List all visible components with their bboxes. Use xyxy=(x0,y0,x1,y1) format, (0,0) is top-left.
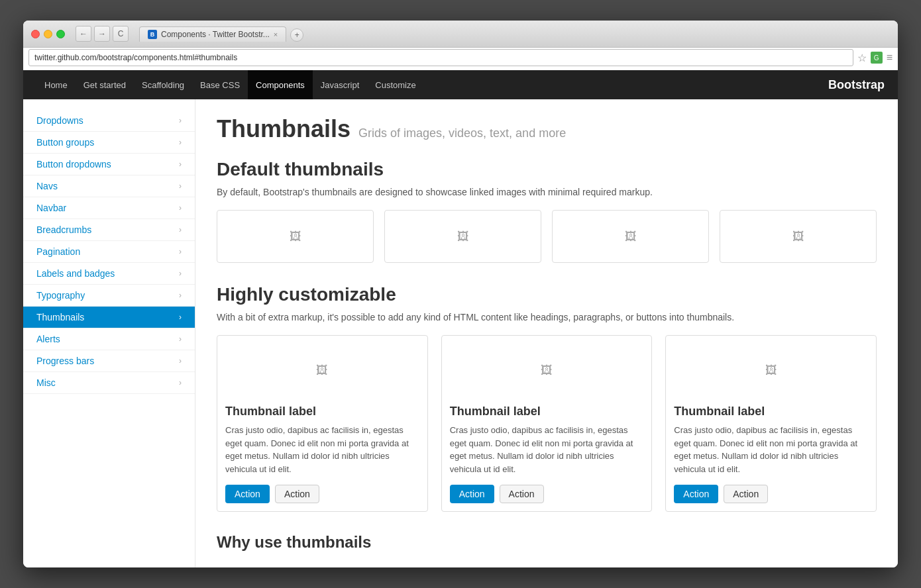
thumbnail-card-2-image: 🖼 xyxy=(450,344,644,397)
sidebar-item-alerts[interactable]: Alerts › xyxy=(23,328,195,350)
thumbnail-default-2[interactable]: 🖼 xyxy=(384,210,541,263)
default-thumbnails-desc: By default, Bootstrap's thumbnails are d… xyxy=(217,185,877,199)
menu-icon[interactable]: ≡ xyxy=(887,52,893,64)
sidebar-item-thumbnails[interactable]: Thumbnails › xyxy=(23,307,195,328)
chevron-right-icon: › xyxy=(179,160,182,169)
custom-thumbnails-row: 🖼 Thumbnail label Cras justo odio, dapib… xyxy=(217,335,877,512)
broken-image-icon: 🖼 xyxy=(290,230,301,244)
bootstrap-navbar: Home Get started Scaffolding Base CSS Co… xyxy=(23,70,898,99)
tab-bar: B Components · Twitter Bootstr... × + xyxy=(139,26,303,42)
sidebar-item-label: Breadcrumbs xyxy=(36,224,91,235)
sidebar-item-label: Pagination xyxy=(36,246,80,257)
thumbnail-card-1-actions: Action Action xyxy=(225,485,419,503)
chevron-right-icon: › xyxy=(179,378,182,387)
sidebar-item-label: Button dropdowns xyxy=(36,159,111,170)
sidebar-item-typography[interactable]: Typography › xyxy=(23,285,195,307)
maximize-button[interactable] xyxy=(56,30,65,38)
thumbnail-card-1: 🖼 Thumbnail label Cras justo odio, dapib… xyxy=(217,335,428,512)
sidebar-item-label: Button groups xyxy=(36,137,94,148)
content-area: Thumbnails Grids of images, videos, text… xyxy=(195,99,898,567)
sidebar-item-button-groups[interactable]: Button groups › xyxy=(23,132,195,154)
broken-image-icon: 🖼 xyxy=(457,230,469,244)
thumbnail-card-2-primary-button[interactable]: Action xyxy=(450,485,494,503)
new-tab-button[interactable]: + xyxy=(290,28,303,42)
sidebar: Dropdowns › Button groups › Button dropd… xyxy=(23,99,195,567)
thumbnail-card-1-primary-button[interactable]: Action xyxy=(225,485,270,503)
thumbnail-card-3-primary-button[interactable]: Action xyxy=(674,485,718,503)
thumbnail-card-3-title: Thumbnail label xyxy=(674,405,868,418)
why-title: Why use thumbnails xyxy=(217,533,877,552)
broken-image-icon: 🖼 xyxy=(765,364,777,377)
thumbnail-card-2-text: Cras justo odio, dapibus ac facilisis in… xyxy=(450,424,644,475)
refresh-button[interactable]: C xyxy=(113,26,129,42)
chevron-right-icon: › xyxy=(179,356,182,366)
tab-favicon: B xyxy=(148,30,157,39)
sidebar-item-label: Alerts xyxy=(36,334,60,344)
thumbnail-card-3-image: 🖼 xyxy=(674,344,868,397)
chevron-right-icon: › xyxy=(179,269,182,278)
navbar-nav: Home Get started Scaffolding Base CSS Co… xyxy=(36,70,424,99)
chevron-right-icon: › xyxy=(179,247,182,256)
nav-item-customize[interactable]: Customize xyxy=(367,70,423,99)
thumbnail-default-4[interactable]: 🖼 xyxy=(720,210,877,263)
nav-item-scaffolding[interactable]: Scaffolding xyxy=(134,70,192,99)
nav-item-base-css[interactable]: Base CSS xyxy=(192,70,248,99)
browser-tab[interactable]: B Components · Twitter Bootstr... × xyxy=(139,26,286,42)
broken-image-icon: 🖼 xyxy=(541,364,553,377)
page-title-row: Thumbnails Grids of images, videos, text… xyxy=(217,115,877,143)
broken-image-icon: 🖼 xyxy=(792,230,804,244)
sidebar-item-label: Misc xyxy=(36,377,56,388)
browser-window: ← → C B Components · Twitter Bootstr... … xyxy=(23,21,898,567)
thumbnail-card-3-secondary-button[interactable]: Action xyxy=(724,485,768,503)
chevron-right-icon: › xyxy=(179,203,182,213)
sidebar-item-pagination[interactable]: Pagination › xyxy=(23,241,195,263)
thumbnail-card-1-image: 🖼 xyxy=(225,344,419,397)
main-wrapper: Dropdowns › Button groups › Button dropd… xyxy=(23,99,898,567)
nav-item-home[interactable]: Home xyxy=(36,70,76,99)
thumbnail-card-1-text: Cras justo odio, dapibus ac facilisis in… xyxy=(225,424,419,475)
tab-close-icon[interactable]: × xyxy=(274,30,278,38)
chevron-right-icon: › xyxy=(179,291,182,300)
sidebar-item-labels-badges[interactable]: Labels and badges › xyxy=(23,263,195,285)
chevron-right-icon: › xyxy=(179,116,182,125)
nav-item-javascript[interactable]: Javascript xyxy=(313,70,368,99)
address-bar[interactable]: twitter.github.com/bootstrap/components.… xyxy=(28,49,853,66)
sidebar-item-label: Labels and badges xyxy=(36,268,115,279)
thumbnail-default-1[interactable]: 🖼 xyxy=(217,210,374,263)
sidebar-item-label: Thumbnails xyxy=(36,312,84,322)
nav-item-get-started[interactable]: Get started xyxy=(76,70,134,99)
thumbnail-card-2-secondary-button[interactable]: Action xyxy=(500,485,544,503)
sidebar-item-misc[interactable]: Misc › xyxy=(23,372,195,394)
sidebar-item-label: Typography xyxy=(36,290,85,301)
browser-nav: ← → C xyxy=(76,26,129,42)
forward-button[interactable]: → xyxy=(94,26,110,42)
thumbnail-card-3: 🖼 Thumbnail label Cras justo odio, dapib… xyxy=(665,335,877,512)
thumbnail-card-3-text: Cras justo odio, dapibus ac facilisis in… xyxy=(674,424,868,475)
back-button[interactable]: ← xyxy=(76,26,91,42)
page-title: Thumbnails xyxy=(217,115,351,143)
broken-image-icon: 🖼 xyxy=(625,230,637,244)
sidebar-item-breadcrumbs[interactable]: Breadcrumbs › xyxy=(23,219,195,241)
sidebar-item-progress-bars[interactable]: Progress bars › xyxy=(23,350,195,372)
extension-icon[interactable]: G xyxy=(871,52,883,64)
page-subtitle: Grids of images, videos, text, and more xyxy=(358,126,566,140)
chevron-right-icon: › xyxy=(179,313,182,322)
chevron-right-icon: › xyxy=(179,181,182,191)
sidebar-item-navbar[interactable]: Navbar › xyxy=(23,197,195,219)
thumbnail-card-2-actions: Action Action xyxy=(450,485,644,503)
bookmark-icon[interactable]: ☆ xyxy=(857,52,867,64)
thumbnail-card-3-actions: Action Action xyxy=(674,485,868,503)
chevron-right-icon: › xyxy=(179,138,182,147)
broken-image-icon: 🖼 xyxy=(316,364,328,377)
minimize-button[interactable] xyxy=(44,30,52,38)
tab-label: Components · Twitter Bootstr... xyxy=(161,30,270,39)
nav-item-components[interactable]: Components xyxy=(248,70,313,99)
sidebar-item-navs[interactable]: Navs › xyxy=(23,175,195,197)
sidebar-item-button-dropdowns[interactable]: Button dropdowns › xyxy=(23,154,195,175)
sidebar-item-dropdowns[interactable]: Dropdowns › xyxy=(23,110,195,132)
browser-titlebar: ← → C B Components · Twitter Bootstr... … xyxy=(23,21,898,48)
close-button[interactable] xyxy=(31,30,40,38)
thumbnail-default-3[interactable]: 🖼 xyxy=(552,210,709,263)
thumbnail-card-1-secondary-button[interactable]: Action xyxy=(275,485,319,503)
sidebar-item-label: Navbar xyxy=(36,203,66,213)
